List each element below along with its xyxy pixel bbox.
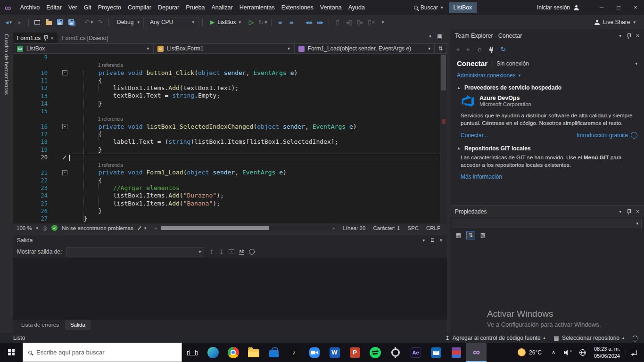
task-view-button[interactable] <box>182 343 203 362</box>
new-project-icon[interactable] <box>33 17 42 27</box>
scroll-left-icon[interactable]: ◂ <box>154 226 157 230</box>
code-line[interactable]: 19 } <box>13 146 447 154</box>
close-tab-icon[interactable]: × <box>50 35 53 41</box>
undo-icon[interactable]: ↶▾ <box>84 17 93 27</box>
home-icon[interactable]: ⌂ <box>478 45 481 53</box>
alphabetical-icon[interactable]: ⇅ <box>466 231 475 239</box>
edge-icon[interactable] <box>203 343 223 362</box>
refresh-icon[interactable]: ↻ <box>501 45 506 53</box>
save-all-icon[interactable] <box>66 17 76 27</box>
pin-icon[interactable] <box>44 35 47 41</box>
spotify-icon[interactable] <box>365 343 385 362</box>
vertical-scrollbar[interactable] <box>440 54 447 223</box>
code-editor[interactable]: 91 referencia10 private void button1_Cli… <box>13 54 447 223</box>
intro-link[interactable]: Introducción gratuita <box>577 132 628 139</box>
visual-studio-taskbar-icon[interactable]: ∞ <box>466 343 487 362</box>
vertical-splitter[interactable] <box>447 29 450 333</box>
object-select[interactable]: ▾ <box>453 219 642 228</box>
menu-prueba[interactable]: Prueba <box>182 3 208 12</box>
collapse-region-icon[interactable] <box>62 70 67 75</box>
menu-git[interactable]: Git <box>81 3 95 12</box>
uncomment-icon[interactable]: ≡ <box>287 17 296 27</box>
save-icon[interactable] <box>55 17 65 27</box>
document-health-icon[interactable]: ◎ <box>42 225 47 231</box>
close-button[interactable]: × <box>627 0 644 15</box>
line-number[interactable]: 18 <box>13 139 50 145</box>
toolbox-strip[interactable]: Cuadro de herramientas <box>0 29 13 333</box>
spaces-indicator[interactable]: SPC <box>407 225 419 231</box>
project-dropdown[interactable]: C# ListBox ▾ <box>13 43 153 54</box>
toolbar-overflow-icon[interactable]: ▾ <box>378 17 388 27</box>
goto-previous-message-icon[interactable]: ↥ <box>209 248 214 255</box>
tiktok-icon[interactable]: ♪ <box>284 343 304 362</box>
forward-icon[interactable]: ▸ <box>467 45 470 53</box>
mail-icon[interactable] <box>426 343 446 362</box>
notifications-bell-icon[interactable] <box>633 336 637 340</box>
search-input[interactable]: ListBox <box>449 2 477 13</box>
properties-grid[interactable]: Activar Windows Ve a Configuración para … <box>450 241 644 333</box>
code-lens-row[interactable]: 1 referencia <box>13 161 447 169</box>
line-ending-indicator[interactable]: CRLF <box>426 225 440 231</box>
close-panel-icon[interactable]: × <box>439 237 443 244</box>
comment-icon[interactable]: ≡ <box>275 17 285 27</box>
line-number[interactable]: 25 <box>13 200 50 207</box>
chevron-down-icon[interactable]: ▾ <box>635 61 637 66</box>
code-line[interactable]: 18 label1.Text = (string)listBox1.Items[… <box>13 138 447 146</box>
code-line[interactable]: 26 } <box>13 207 447 215</box>
scrollbar-thumb[interactable] <box>441 55 446 90</box>
menu-archivo[interactable]: Archivo <box>17 3 43 12</box>
active-documents-dropdown-icon[interactable]: ▾ <box>429 34 431 39</box>
tab-form1-cs-designer[interactable]: Form1.cs [Diseño] <box>58 33 112 43</box>
code-line[interactable]: 14 } <box>13 100 447 107</box>
fold-margin[interactable] <box>50 170 69 175</box>
navigate-back-icon[interactable]: ◂▾ <box>4 17 13 27</box>
panel-tab-salida[interactable]: Salida <box>65 320 91 330</box>
collapse-section-icon[interactable]: ▲ <box>457 86 461 90</box>
horizontal-scrollbar[interactable]: ◂ ▸ <box>154 226 335 230</box>
line-number[interactable]: 16 <box>13 123 50 130</box>
toggle-bookmark-icon[interactable]: ▯ <box>333 17 342 27</box>
hot-reload-icon[interactable]: ↻▾ <box>258 17 267 27</box>
code-line[interactable]: 23 //Agrgar elementos <box>13 184 447 192</box>
line-number[interactable]: 15 <box>13 108 50 115</box>
line-number[interactable]: 24 <box>13 192 50 199</box>
chevron-down-icon[interactable]: ▾ <box>519 73 521 78</box>
menu-analizar[interactable]: Analizar <box>208 3 236 12</box>
taskbar-clock[interactable]: 08:23 a. m. 05/06/2024 <box>590 346 624 359</box>
network-icon[interactable] <box>575 349 590 356</box>
connections-plug-icon[interactable] <box>489 49 493 51</box>
decrease-indent-icon[interactable]: ◂≡ <box>304 17 314 27</box>
line-number[interactable]: 13 <box>13 93 50 99</box>
goto-next-message-icon[interactable]: ↧ <box>219 248 224 255</box>
reference-count-label[interactable]: 1 referencia <box>98 62 123 69</box>
code-line[interactable]: 11 { <box>13 77 447 84</box>
code-cleanup-icon[interactable] <box>138 226 141 230</box>
tab-form1-cs[interactable]: Form1.cs × <box>13 33 58 43</box>
back-icon[interactable]: ◂ <box>456 45 459 53</box>
code-lens-row[interactable]: 1 referencia <box>13 115 447 123</box>
clear-all-icon[interactable]: × <box>229 249 234 254</box>
categorized-icon[interactable]: ▦ <box>454 231 463 239</box>
split-window-icon[interactable]: ⇅ <box>435 43 447 54</box>
line-number[interactable]: 17 <box>13 131 50 138</box>
menu-extensiones[interactable]: Extensiones <box>278 3 317 12</box>
code-line[interactable]: 13 textBox1.Text = string.Empty; <box>13 92 447 99</box>
select-repository-button[interactable]: ▤ Seleccionar repositorio ▴ <box>554 335 624 341</box>
word-wrap-icon[interactable]: ab <box>239 249 244 255</box>
menu-proyecto[interactable]: Proyecto <box>95 3 124 12</box>
settings-gear-icon[interactable] <box>385 343 405 362</box>
chevron-down-icon[interactable]: ▾ <box>422 238 425 243</box>
manage-connections-link[interactable]: Administrar conexiones <box>457 72 516 79</box>
line-number[interactable]: 21 <box>13 170 50 176</box>
output-content[interactable] <box>13 258 447 319</box>
search-control[interactable]: Buscar ▾ <box>411 3 446 12</box>
start-debugging-button[interactable]: ▶ ListBox ▾ <box>206 17 245 27</box>
menu-ayuda[interactable]: Ayuda <box>345 3 368 12</box>
scroll-right-icon[interactable]: ▸ <box>333 226 335 230</box>
more-info-link[interactable]: Más información <box>461 173 502 180</box>
add-to-source-control-button[interactable]: ↥ Agregar al control de código fuente ▴ <box>445 335 545 341</box>
connect-link[interactable]: Conectar... <box>461 132 488 139</box>
close-panel-icon[interactable]: × <box>636 33 639 39</box>
panel-tab-lista-de-errores[interactable]: Lista de errores <box>16 320 64 330</box>
debug-configuration-dropdown[interactable]: Debug ▾ <box>113 17 144 27</box>
